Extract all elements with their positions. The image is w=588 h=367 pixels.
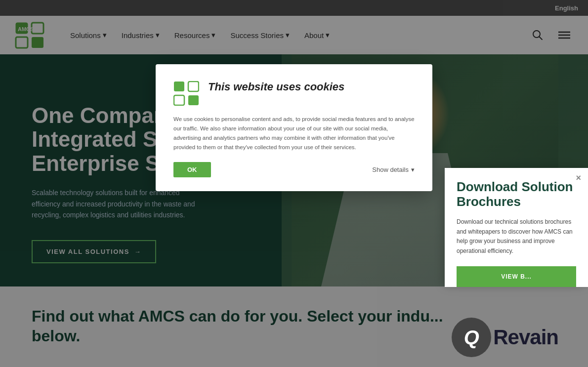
revain-q-icon: Q <box>464 326 479 349</box>
cookie-logo <box>173 81 199 108</box>
revain-watermark: Q Revain <box>452 318 558 357</box>
cookie-body: We use cookies to personalise content an… <box>173 115 415 152</box>
svg-rect-11 <box>188 82 199 91</box>
download-panel: × Download Solution Brochures Download o… <box>445 168 588 287</box>
panel-text: Download our technical solutions brochur… <box>457 217 576 256</box>
cookie-footer: OK Show details ▾ <box>173 162 415 177</box>
revain-logo-circle: Q <box>452 318 491 357</box>
revain-brand-text: Revain <box>493 326 558 349</box>
chevron-down-icon: ▾ <box>411 166 415 173</box>
cookie-header: This website uses cookies <box>173 80 415 108</box>
cookie-ok-button[interactable]: OK <box>173 162 211 177</box>
svg-rect-10 <box>174 82 184 91</box>
panel-cta-button[interactable]: VIEW B... <box>457 266 576 287</box>
svg-rect-13 <box>188 95 199 105</box>
svg-rect-12 <box>174 95 184 105</box>
panel-title: Download Solution Brochures <box>457 180 576 209</box>
cookie-modal: This website uses cookies We use cookies… <box>156 64 432 191</box>
panel-close-button[interactable]: × <box>576 173 581 183</box>
show-details-link[interactable]: Show details ▾ <box>372 166 415 173</box>
amcs-logo-small <box>173 81 199 106</box>
cookie-title: This website uses cookies <box>208 80 344 94</box>
